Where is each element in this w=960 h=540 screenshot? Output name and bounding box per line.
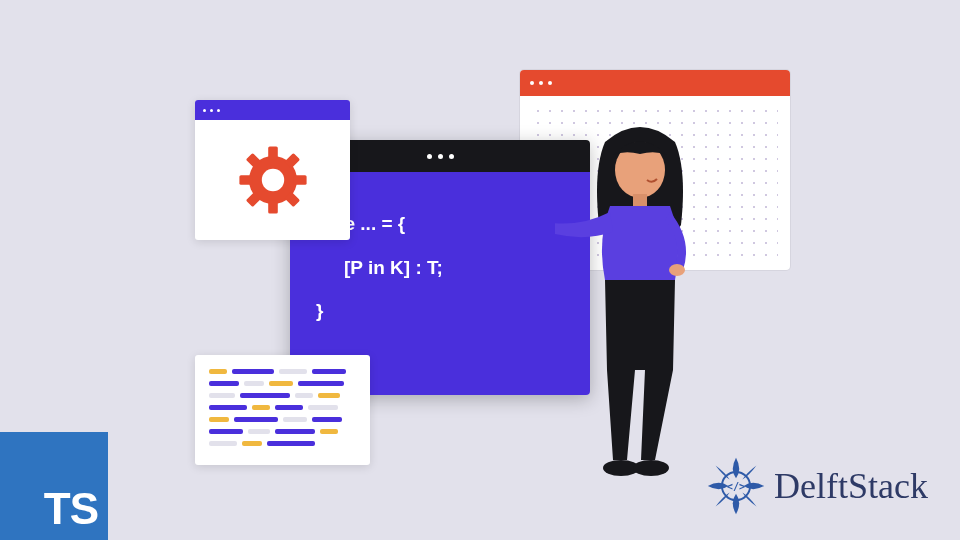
svg-rect-3 [239, 175, 252, 185]
code-segment [209, 441, 237, 446]
code-segment [283, 417, 307, 422]
svg-text:</>: </> [727, 480, 746, 492]
code-segment [244, 381, 264, 386]
code-line-row [209, 405, 356, 410]
code-segment [275, 429, 315, 434]
code-segment [312, 369, 346, 374]
code-line-row [209, 381, 356, 386]
window-control-dot [427, 154, 432, 159]
code-line-row [209, 429, 356, 434]
code-line-1: type ... = { [316, 202, 564, 246]
person-illustration [555, 120, 725, 490]
code-segment [234, 417, 278, 422]
code-segment [320, 429, 338, 434]
code-line-row [209, 369, 356, 374]
svg-rect-11 [633, 194, 647, 206]
svg-point-13 [669, 264, 685, 276]
brand-logo: </> DelftStack [704, 454, 928, 518]
illustration-stage: type ... = { [P in K] : T; } [0, 0, 960, 540]
gear-window [195, 100, 350, 240]
gear-window-titlebar [195, 100, 350, 120]
window-control-dot [548, 81, 552, 85]
code-segment [209, 405, 247, 410]
window-control-dot [203, 109, 206, 112]
typescript-badge-label: TS [44, 484, 98, 534]
window-control-dot [539, 81, 543, 85]
code-segment [240, 393, 290, 398]
code-segment [295, 393, 313, 398]
background-window-titlebar [520, 70, 790, 96]
brand-name: DelftStack [774, 465, 928, 507]
svg-rect-2 [268, 201, 278, 214]
code-line-row [209, 441, 356, 446]
code-segment [209, 381, 239, 386]
code-segment [267, 441, 315, 446]
code-snippet-window [195, 355, 370, 465]
code-segment [209, 429, 243, 434]
code-line-3: } [316, 289, 564, 333]
code-segment [318, 393, 340, 398]
code-segment [209, 369, 227, 374]
code-segment [252, 405, 270, 410]
window-control-dot [217, 109, 220, 112]
code-segment [308, 405, 338, 410]
gear-icon-wrap [195, 120, 350, 240]
gear-icon [233, 140, 313, 220]
svg-rect-1 [268, 146, 278, 159]
svg-point-15 [633, 460, 669, 476]
code-segment [242, 441, 262, 446]
code-segment [232, 369, 274, 374]
window-control-dot [449, 154, 454, 159]
svg-point-9 [261, 169, 283, 191]
typescript-badge: TS [0, 432, 108, 540]
code-line-row [209, 417, 356, 422]
code-segment [209, 393, 235, 398]
code-segment [275, 405, 303, 410]
svg-rect-4 [293, 175, 306, 185]
code-segment [209, 417, 229, 422]
window-control-dot [210, 109, 213, 112]
code-segment [269, 381, 293, 386]
window-control-dot [530, 81, 534, 85]
code-line-2: [P in K] : T; [316, 246, 564, 290]
code-segment [279, 369, 307, 374]
code-line-row [209, 393, 356, 398]
window-control-dot [438, 154, 443, 159]
code-segment [312, 417, 342, 422]
code-segment [298, 381, 344, 386]
code-segment [248, 429, 270, 434]
brand-mandala-icon: </> [704, 454, 768, 518]
